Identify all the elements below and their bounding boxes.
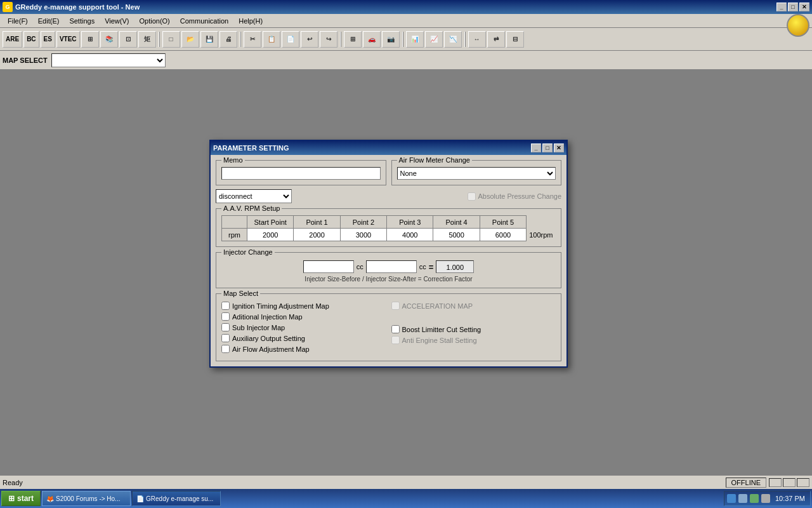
injector-after-input[interactable] — [366, 260, 417, 273]
dialog-close-button[interactable]: ✕ — [554, 144, 564, 152]
toolbar-print-icon[interactable]: 🖨 — [219, 31, 237, 48]
taskbar: ⊞ start 🦊 S2000 Forums -> Ho... 📄 GReddy… — [0, 489, 812, 508]
toolbar-redo-icon[interactable]: ↪ — [320, 31, 337, 48]
toolbar-separator-1 — [159, 32, 160, 47]
status-offline: OFFLINE — [726, 478, 766, 488]
restore-button[interactable]: □ — [788, 3, 798, 11]
toolbar-grid-icon[interactable]: ⊞ — [344, 31, 362, 48]
toolbar-move-icon[interactable]: ⊡ — [119, 31, 137, 48]
close-button[interactable]: ✕ — [799, 3, 809, 11]
rpm-header-start: Start Point — [247, 216, 294, 229]
toolbar-vtec[interactable]: VTEC — [56, 31, 80, 48]
rpm-val-p5[interactable] — [480, 229, 526, 241]
injector-note: Injector Size-Before / Injector Size-Aft… — [221, 276, 556, 283]
disconnect-row: disconnect Absolute Pressure Change — [216, 189, 561, 203]
anti-stall-label: Anti Engine Stall Setting — [402, 337, 477, 344]
toolbar-chart3-icon[interactable]: 📉 — [444, 31, 462, 48]
toolbar-chart2-icon[interactable]: 📈 — [425, 31, 443, 48]
menu-file[interactable]: File(F) — [3, 16, 33, 26]
status-btn-2[interactable] — [783, 478, 796, 487]
map-item-auxiliary: Auxiliary Output Setting — [221, 334, 386, 342]
toolbar-book-icon[interactable]: 📚 — [100, 31, 118, 48]
injector-group-label: Injector Change — [221, 248, 275, 256]
aav-group-label: A.A.V. RPM Setup — [221, 204, 282, 212]
menu-edit[interactable]: Edit(E) — [33, 16, 65, 26]
boost-limitter-checkbox[interactable] — [391, 325, 400, 333]
toolbar-text-icon[interactable]: 矩 — [138, 31, 156, 48]
status-text: Ready — [3, 479, 726, 486]
sub-injector-checkbox[interactable] — [221, 323, 230, 331]
map-item-sub-injector: Sub Injector Map — [221, 323, 386, 331]
map-select-group-label: Map Select — [221, 290, 260, 297]
toolbar-chart1-icon[interactable]: 📊 — [406, 31, 424, 48]
rpm-unit: rpm — [222, 229, 247, 241]
dialog-minimize-button[interactable]: _ — [531, 144, 541, 152]
tray-volume-icon — [738, 494, 747, 503]
toolbar-undo-icon[interactable]: ↩ — [301, 31, 318, 48]
injector-before-input[interactable] — [303, 260, 354, 273]
menu-bar: File(F) Edit(E) Settings View(V) Option(… — [0, 14, 812, 28]
memo-input[interactable] — [221, 167, 381, 180]
start-button[interactable]: ⊞ start — [1, 491, 41, 506]
taskbar-item-s2000[interactable]: 🦊 S2000 Forums -> Ho... — [42, 491, 131, 506]
status-btn-3[interactable] — [797, 478, 809, 487]
taskbar-s2000-icon: 🦊 — [46, 495, 54, 502]
toolbar-comm1-icon[interactable]: ↔ — [468, 31, 486, 48]
toolbar-save-icon[interactable]: 💾 — [200, 31, 218, 48]
airflow-adjustment-checkbox[interactable] — [221, 345, 230, 353]
toolbar-comm2-icon[interactable]: ⇄ — [487, 31, 505, 48]
tray-network-icon — [727, 494, 736, 503]
toolbar-open-icon[interactable]: 📂 — [181, 31, 199, 48]
toolbar-es[interactable]: ES — [41, 31, 55, 48]
toolbar-table-icon[interactable]: ⊞ — [81, 31, 99, 48]
toolbar-camera-icon[interactable]: 📷 — [382, 31, 400, 48]
map-select-bar: MAP SELECT — [0, 51, 812, 70]
menu-communication[interactable]: Communication — [175, 16, 233, 26]
dialog-title-text: PARAMETER SETTING — [213, 144, 289, 152]
menu-view[interactable]: View(V) — [100, 16, 134, 26]
menu-help[interactable]: Help(H) — [233, 16, 268, 26]
app-title: GReddy e-manage support tool - New — [15, 3, 140, 11]
menu-option[interactable]: Option(O) — [134, 16, 174, 26]
map-select-dropdown[interactable] — [51, 53, 166, 67]
system-tray: 10:37 PM — [724, 491, 811, 506]
minimize-button[interactable]: _ — [776, 3, 787, 11]
disconnect-dropdown[interactable]: disconnect — [216, 189, 292, 203]
toolbar-cut-icon[interactable]: ✂ — [244, 31, 261, 48]
ignition-timing-checkbox[interactable] — [221, 302, 230, 310]
rpm-val-p4[interactable] — [433, 229, 480, 241]
additional-injection-checkbox[interactable] — [221, 312, 230, 321]
rpm-val-p3[interactable] — [387, 229, 433, 241]
rpm-val-p2[interactable] — [340, 229, 386, 241]
toolbar-separator-5 — [464, 32, 466, 47]
rpm-val-start[interactable] — [247, 229, 294, 241]
map-item-ignition: Ignition Timing Adjustment Map — [221, 302, 386, 310]
ignition-timing-label: Ignition Timing Adjustment Map — [232, 302, 329, 310]
toolbar-paste-icon[interactable]: 📄 — [282, 31, 299, 48]
airflow-dropdown[interactable]: None — [397, 167, 556, 180]
dialog-body: Memo Air Flow Meter Change None disconne — [211, 155, 566, 366]
status-btn-1[interactable] — [769, 478, 782, 487]
toolbar-copy-icon[interactable]: 📋 — [263, 31, 280, 48]
acceleration-map-checkbox[interactable] — [391, 302, 400, 310]
rpm-val-p1[interactable] — [294, 229, 340, 241]
abs-pressure-checkbox[interactable] — [468, 192, 476, 201]
toolbar-bc[interactable]: BC — [23, 31, 39, 48]
boost-limitter-label: Boost Limitter Cut Setting — [402, 326, 481, 333]
auxiliary-output-label: Auxiliary Output Setting — [232, 335, 305, 342]
toolbar-comm3-icon[interactable]: ⊟ — [506, 31, 524, 48]
acceleration-map-label: ACCELERATION MAP — [402, 302, 473, 310]
memo-group-label: Memo — [221, 156, 245, 164]
taskbar-greddy-icon: 📄 — [136, 495, 144, 502]
auxiliary-output-checkbox[interactable] — [221, 334, 230, 342]
dialog-restore-button[interactable]: □ — [542, 144, 553, 152]
toolbar-new-icon[interactable]: □ — [162, 31, 180, 48]
rpm-table: Start Point Point 1 Point 2 Point 3 Poin… — [221, 215, 556, 241]
anti-stall-checkbox[interactable] — [391, 336, 400, 344]
menu-settings[interactable]: Settings — [64, 16, 100, 26]
rpm-header-p4: Point 4 — [433, 216, 480, 229]
map-item-anti-stall: Anti Engine Stall Setting — [391, 336, 556, 344]
toolbar-car-icon[interactable]: 🚗 — [363, 31, 381, 48]
taskbar-item-greddy[interactable]: 📄 GReddy e-manage su... — [132, 491, 221, 506]
toolbar-are[interactable]: ARE — [3, 31, 22, 48]
